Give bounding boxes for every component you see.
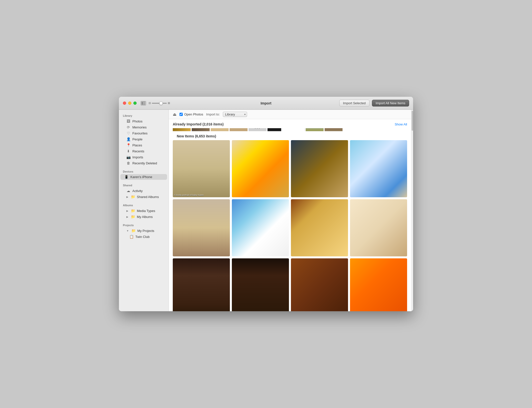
sidebar-item-memories[interactable]: ⟳ Memories <box>120 124 167 130</box>
strip-photo-5[interactable]: ··· <box>249 128 266 131</box>
strip-photo-6[interactable] <box>267 128 281 131</box>
sidebar-item-recents[interactable]: ⬇ Recents <box>120 148 167 154</box>
grid-photo-4[interactable] <box>350 140 407 197</box>
strip-photo-8[interactable] <box>306 128 324 131</box>
my-albums-chevron: ▶ <box>126 215 128 218</box>
sidebar-item-photos[interactable]: 🖼 Photos <box>120 118 167 124</box>
grid-photo-5[interactable] <box>173 199 230 256</box>
sidebar-item-twin-club[interactable]: 📋 Twin Club <box>120 234 167 240</box>
window-controls: ⊟ ⊞ <box>141 101 170 105</box>
photo-caption-1: A lovely portrait of baby Karen <box>174 194 204 196</box>
sidebar-item-shared-albums[interactable]: ▶ 📁 Shared Albums <box>120 194 167 200</box>
sidebar-label-recently-deleted: Recently Deleted <box>132 161 157 165</box>
new-items-header: New Items (6,653 items) <box>173 131 407 140</box>
strip-photo-3[interactable] <box>211 128 229 131</box>
zoom-track <box>152 103 167 104</box>
zoom-in-icon: ⊞ <box>168 102 170 105</box>
sidebar-item-my-albums[interactable]: ▶ 📁 My Albums <box>120 214 167 220</box>
grid-photo-10[interactable] <box>232 258 289 311</box>
titlebar: ⊟ ⊞ Import Import Selected Import All Ne… <box>119 97 413 110</box>
import-to-select[interactable]: Library Last Import New Album <box>223 112 247 117</box>
zoom-thumb[interactable] <box>159 102 163 105</box>
new-items-title: New Items (6,653 items) <box>177 134 216 138</box>
sidebar-item-favourites[interactable]: ♡ Favourites <box>120 130 167 136</box>
sidebar-label-my-albums: My Albums <box>137 215 153 219</box>
sidebar-label-media-types: Media Types <box>137 209 155 213</box>
open-photos-checkbox-label[interactable]: Open Photos <box>179 112 203 116</box>
new-items-grid: A lovely portrait of baby Karen <box>173 140 407 311</box>
albums-section-header: Albums <box>119 201 169 208</box>
my-projects-chevron: ▼ <box>126 229 129 232</box>
svg-rect-2 <box>143 103 145 103</box>
minimize-button[interactable] <box>128 102 131 105</box>
favourites-icon: ♡ <box>126 131 130 135</box>
twin-club-icon: 📋 <box>129 235 133 239</box>
sidebar-item-places[interactable]: 📍 Places <box>120 142 167 148</box>
grid-photo-2[interactable] <box>232 140 289 197</box>
projects-section-header: Projects <box>119 221 169 228</box>
strip-photo-4[interactable] <box>230 128 248 131</box>
sidebar-item-my-projects[interactable]: ▼ 📁 My Projects <box>120 228 167 234</box>
close-button[interactable] <box>123 102 126 105</box>
sidebar-label-people: People <box>132 137 142 141</box>
grid-photo-3[interactable] <box>291 140 348 197</box>
sidebar-item-imports[interactable]: 📷 Imports <box>120 154 167 160</box>
scrollbar-thumb[interactable] <box>412 111 413 131</box>
import-selected-button[interactable]: Import Selected <box>339 100 369 106</box>
sidebar-item-recently-deleted[interactable]: 🗑 Recently Deleted <box>120 160 167 166</box>
recently-deleted-icon: 🗑 <box>126 161 130 165</box>
traffic-lights <box>123 102 137 105</box>
titlebar-actions: Import Selected Import All New Items <box>339 100 409 106</box>
grid-photo-11[interactable] <box>291 258 348 311</box>
photos-icon: 🖼 <box>126 119 130 123</box>
scrollbar[interactable] <box>411 110 413 311</box>
already-imported-header: Already Imported (2,016 items) Show All <box>169 119 411 128</box>
sidebar-item-device[interactable]: 📱 Karen's iPhone <box>120 174 167 180</box>
grid-photo-8[interactable] <box>350 199 407 256</box>
my-albums-icon: 📁 <box>131 215 135 219</box>
open-photos-checkbox[interactable] <box>179 113 183 116</box>
grid-photo-1[interactable]: A lovely portrait of baby Karen <box>173 140 230 197</box>
strip-photo-1[interactable] <box>173 128 191 131</box>
svg-rect-1 <box>143 102 145 102</box>
sidebar: Library 🖼 Photos ⟳ Memories ♡ Favourites… <box>119 110 169 311</box>
zoom-slider-container: ⊟ ⊞ <box>149 102 170 105</box>
shared-albums-icon: 📁 <box>131 195 135 199</box>
shared-albums-chevron: ▶ <box>126 196 128 198</box>
sidebar-label-places: Places <box>132 143 142 147</box>
my-projects-icon: 📁 <box>131 229 135 233</box>
show-all-button[interactable]: Show All <box>395 122 407 126</box>
main-content: Library 🖼 Photos ⟳ Memories ♡ Favourites… <box>119 110 413 311</box>
people-icon: 👤 <box>126 137 130 141</box>
shared-section-header: Shared <box>119 181 169 188</box>
strip-photo-2[interactable] <box>192 128 210 131</box>
maximize-button[interactable] <box>133 102 137 105</box>
eject-icon[interactable]: ⏏ <box>173 112 177 117</box>
devices-section-header: Devices <box>119 168 169 174</box>
sidebar-label-memories: Memories <box>132 125 147 129</box>
grid-photo-7[interactable] <box>291 199 348 256</box>
sidebar-label-photos: Photos <box>132 119 142 123</box>
grid-photo-12[interactable] <box>350 258 407 311</box>
import-all-button[interactable]: Import All New Items <box>372 100 409 106</box>
sidebar-toggle-button[interactable] <box>141 101 146 105</box>
iphone-icon: 📱 <box>124 175 128 179</box>
activity-icon: ☁ <box>126 189 130 193</box>
zoom-out-icon: ⊟ <box>149 102 151 105</box>
new-items-section: New Items (6,653 items) A lovely portrai… <box>169 131 411 311</box>
svg-rect-3 <box>143 104 145 105</box>
strip-photo-7[interactable] <box>282 128 305 131</box>
memories-icon: ⟳ <box>126 125 130 129</box>
window-title: Import <box>261 101 271 105</box>
grid-photo-9[interactable] <box>173 258 230 311</box>
sidebar-item-media-types[interactable]: ▶ 📁 Media Types <box>120 208 167 214</box>
strip-photo-9[interactable] <box>325 128 343 131</box>
already-imported-title: Already Imported (2,016 items) <box>173 122 224 126</box>
library-section-header: Library <box>119 112 169 118</box>
grid-photo-6[interactable] <box>232 199 289 256</box>
sidebar-item-people[interactable]: 👤 People <box>120 136 167 142</box>
recents-icon: ⬇ <box>126 149 130 153</box>
sidebar-item-activity[interactable]: ☁ Activity <box>120 188 167 194</box>
sidebar-label-favourites: Favourites <box>132 131 148 135</box>
svg-rect-0 <box>142 102 143 105</box>
